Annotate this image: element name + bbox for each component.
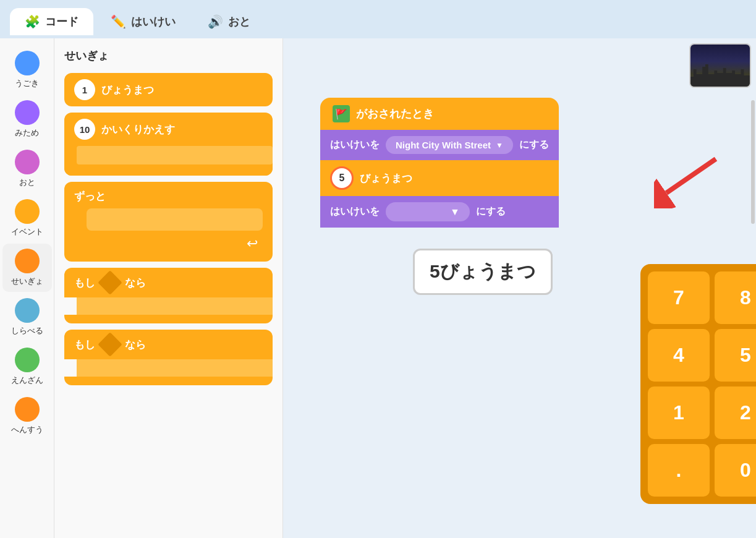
looks-label: みため (15, 127, 39, 139)
motion-label: うごき (15, 78, 39, 89)
svg-line-1 (666, 159, 716, 193)
numpad-8[interactable]: 8 (715, 271, 756, 324)
sound-icon: 🔊 (208, 14, 223, 29)
numpad-dot[interactable]: . (648, 444, 710, 497)
blocks-panel: せいぎょ 1 びょうまつ 10 かいくりかえす ずっと ↩ (54, 38, 283, 538)
motion-circle (15, 51, 40, 75)
bg-block-1[interactable]: はいけいを Night City With Street ▼ にする (320, 130, 559, 160)
code-canvas: 🚩 がおされたとき はいけいを Night City With Street ▼… (283, 38, 756, 538)
wait-block-label: びょうまつ (101, 83, 154, 97)
sidebar-item-motion[interactable]: うごき (2, 46, 52, 94)
numpad-1[interactable]: 1 (648, 386, 710, 439)
if-diamond-1 (98, 270, 122, 295)
bg-block2-suffix: にする (476, 205, 506, 218)
numpad-7[interactable]: 7 (648, 271, 710, 324)
variable-label: へんすう (11, 424, 43, 435)
flag-hat-block[interactable]: 🚩 がおされたとき はいけいを Night City With Street ▼… (320, 98, 559, 228)
sprite-thumbnail (689, 43, 751, 88)
bg-dropdown[interactable]: Night City With Street ▼ (386, 136, 513, 154)
dropdown-arrow-icon: ▼ (496, 141, 503, 150)
sound-label: おと (19, 177, 35, 188)
sidebar-item-looks[interactable]: みため (2, 95, 52, 143)
repeat-block-palette[interactable]: 10 かいくりかえす (64, 113, 273, 176)
bg-dropdown-2[interactable]: ▼ (386, 202, 470, 221)
numpad-0[interactable]: 0 (715, 444, 756, 497)
control-circle (15, 249, 40, 273)
scrollbar[interactable] (751, 100, 755, 224)
code-icon: 🧩 (25, 14, 40, 29)
looks-circle (15, 100, 40, 125)
tab-sound[interactable]: 🔊 おと (193, 8, 265, 35)
dropdown-arrow-2-icon: ▼ (450, 207, 460, 218)
red-arrow (654, 147, 728, 208)
bg-dropdown-2-value (396, 206, 445, 218)
numpad-5[interactable]: 5 (715, 329, 756, 382)
if-then-label-1: なら (125, 276, 146, 290)
if-block-palette-2[interactable]: もし なら (64, 330, 273, 385)
if-block-palette-1[interactable]: もし なら (64, 268, 273, 323)
bg-block1-label: はいけいを (330, 139, 380, 152)
event-label: イベント (11, 226, 43, 237)
operator-label: えんざん (11, 375, 43, 386)
sidebar-item-sound[interactable]: おと (2, 145, 52, 193)
repeat-block-label: かいくりかえす (101, 122, 175, 137)
sidebar-item-variable[interactable]: へんすう (2, 392, 52, 440)
wait-num-bubble: 1 (74, 79, 95, 100)
bg-block1-suffix: にする (519, 139, 549, 152)
numpad: 7 8 9 4 5 6 1 2 3 . 0 (640, 264, 756, 504)
forever-label: ずっと (74, 189, 106, 203)
tooltip-text: 5びょうまつ (430, 261, 536, 281)
sensing-label: しらべる (11, 325, 43, 336)
sidebar-item-event[interactable]: イベント (2, 194, 52, 242)
wait-block-palette[interactable]: 1 びょうまつ (64, 73, 273, 106)
backdrop-icon: ✏️ (111, 14, 126, 29)
main-area: うごき みため おと イベント せいぎょ しらべる えんざん へんすう (0, 38, 756, 538)
sound-circle (15, 150, 40, 174)
forever-block-palette[interactable]: ずっと ↩ (64, 182, 273, 262)
sprite-thumb-inner (690, 45, 750, 87)
tooltip-bubble: 5びょうまつ (413, 249, 553, 295)
wait-block-label-canvas: びょうまつ (360, 171, 412, 186)
canvas-wait-block[interactable]: 5 びょうまつ (320, 160, 559, 196)
repeat-num-bubble: 10 (74, 119, 95, 140)
sidebar-item-operator[interactable]: えんざん (2, 343, 52, 391)
event-circle (15, 199, 40, 224)
variable-circle (15, 397, 40, 422)
bg-dropdown-value: Night City With Street (396, 140, 491, 150)
operator-circle (15, 348, 40, 372)
city-silhouette (690, 62, 750, 87)
if-label-1: もし (74, 276, 95, 290)
wait-value-bubble[interactable]: 5 (330, 166, 354, 190)
control-label: せいぎょ (11, 276, 43, 287)
bg-block-2[interactable]: はいけいを ▼ にする (320, 196, 559, 228)
if-label-2: もし (74, 338, 95, 352)
tab-code-label: コード (45, 14, 79, 29)
flag-block-label: がおされたとき (356, 106, 434, 121)
tab-sound-label: おと (228, 14, 250, 29)
tab-code[interactable]: 🧩 コード (10, 8, 93, 35)
if-then-label-2: なら (125, 338, 146, 352)
sidebar-item-sensing[interactable]: しらべる (2, 293, 52, 341)
blocks-panel-title: せいぎょ (64, 48, 273, 63)
if-diamond-2 (98, 332, 122, 357)
tab-backdrop[interactable]: ✏️ はいけい (96, 8, 190, 35)
category-sidebar: うごき みため おと イベント せいぎょ しらべる えんざん へんすう (0, 38, 54, 538)
numpad-2[interactable]: 2 (715, 386, 756, 439)
wait-block-inner: 5 (330, 166, 354, 190)
sidebar-item-control[interactable]: せいぎょ (2, 244, 52, 292)
bg-block2-label: はいけいを (330, 205, 380, 218)
tab-backdrop-label: はいけい (131, 14, 176, 29)
numpad-4[interactable]: 4 (648, 329, 710, 382)
top-tabs: 🧩 コード ✏️ はいけい 🔊 おと (0, 0, 756, 38)
sensing-circle (15, 298, 40, 323)
flag-icon: 🚩 (333, 105, 350, 122)
